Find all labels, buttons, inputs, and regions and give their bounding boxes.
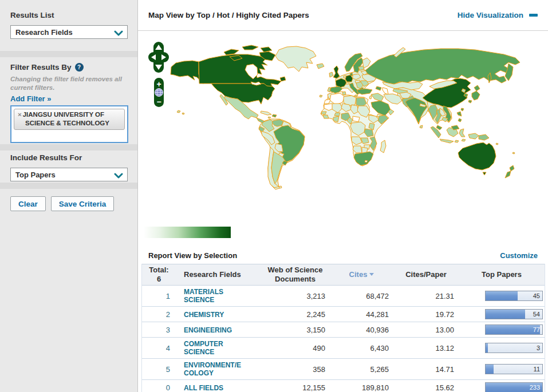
country-madagascar[interactable] (380, 140, 386, 153)
zoom-out-button: − (156, 97, 161, 106)
results-list-select[interactable]: Research Fields (10, 25, 128, 39)
country-ghana[interactable] (333, 116, 339, 122)
country-baltics[interactable] (358, 66, 364, 70)
country-arctic2[interactable] (242, 45, 258, 50)
country-israel[interactable] (369, 96, 372, 99)
country-arctic3[interactable] (261, 47, 272, 52)
country-newfoundland[interactable] (280, 77, 286, 81)
country-greenland[interactable] (275, 46, 316, 72)
country-burkina[interactable] (334, 113, 340, 116)
country-hawaii1[interactable] (177, 110, 180, 113)
country-isl1[interactable] (455, 140, 459, 142)
map-pan-control[interactable] (148, 42, 169, 73)
include-select[interactable]: Top Papers (10, 168, 128, 181)
help-icon[interactable]: ? (75, 63, 84, 72)
country-sulawesi[interactable] (459, 129, 465, 137)
country-usa[interactable] (211, 84, 275, 104)
country-finland[interactable] (362, 58, 370, 68)
country-ireland[interactable] (329, 72, 333, 77)
country-hispaniola[interactable] (272, 114, 277, 117)
main-panel: Map View by Top / Hot / Highly Cited Pap… (138, 0, 548, 392)
country-tasmania[interactable] (483, 172, 486, 175)
country-taiwan[interactable] (461, 108, 464, 111)
country-java[interactable] (440, 139, 454, 143)
country-sicily[interactable] (354, 95, 358, 97)
collapse-icon[interactable] (529, 14, 538, 17)
country-srilanka[interactable] (420, 125, 423, 128)
country-caspian[interactable] (383, 88, 388, 94)
country-philippines[interactable] (457, 112, 462, 122)
report-table-body: 1 MATERIALS SCIENCE 3,213 68,472 21.31 4… (142, 286, 545, 392)
country-saudi[interactable] (371, 101, 391, 116)
field-link[interactable]: ALL FIELDS (184, 384, 243, 392)
country-australia[interactable] (458, 142, 496, 170)
country-fiji[interactable] (512, 152, 515, 154)
country-falkland[interactable] (279, 186, 282, 188)
field-link[interactable]: CHEMISTRY (184, 311, 243, 319)
country-uk[interactable] (333, 66, 340, 78)
world-map-countries (171, 45, 520, 189)
field-link[interactable]: COMPUTER SCIENCE (184, 340, 243, 356)
cites-paper-cell: 13.00 (393, 322, 459, 338)
country-nz[interactable] (505, 165, 514, 178)
country-malaysia[interactable] (436, 125, 442, 130)
country-guinea[interactable] (323, 115, 329, 118)
map-header: Map View by Top / Hot / Highly Cited Pap… (138, 0, 548, 31)
results-list-section: Results List Research Fields (0, 0, 137, 51)
cites-paper-cell: 14.71 (393, 359, 459, 380)
country-russia[interactable] (365, 49, 520, 84)
field-cell: CHEMISTRY (176, 307, 261, 322)
save-criteria-button[interactable]: Save Criteria (51, 196, 115, 211)
country-solomon[interactable] (496, 143, 498, 145)
remove-tag-icon[interactable]: × (18, 111, 22, 118)
top-papers-value: 3 (537, 343, 540, 353)
country-turkey[interactable] (357, 89, 372, 94)
map-view-title: Map View by Top / Hot / Highly Cited Pap… (148, 11, 458, 19)
country-japan[interactable] (468, 85, 480, 103)
field-link[interactable]: ENGINEERING (184, 326, 243, 334)
country-southafrica[interactable] (354, 152, 373, 165)
report-bar: Report View by Selection Customize (138, 247, 548, 264)
field-cell: ENVIRONMENT/ECOLOGY (176, 359, 261, 380)
col-header-cites[interactable]: Cites (330, 264, 393, 286)
col-header-top-papers: Top Papers (459, 264, 545, 286)
map-zoom-control[interactable]: + − (154, 78, 164, 107)
country-hawaii2[interactable] (182, 113, 184, 114)
country-canary[interactable] (320, 95, 322, 97)
country-jamaica[interactable] (268, 117, 271, 118)
country-cuba[interactable] (261, 111, 271, 115)
filter-tag[interactable]: ×JIANGSU UNIVERSITY OF SCIENCE & TECHNOL… (14, 109, 125, 130)
filter-box[interactable]: ×JIANGSU UNIVERSITY OF SCIENCE & TECHNOL… (10, 105, 128, 143)
field-cell: ENGINEERING (176, 322, 261, 338)
cites-cell: 68,472 (330, 286, 393, 307)
country-caucasus[interactable] (376, 86, 381, 90)
country-isl2[interactable] (462, 139, 466, 141)
country-kamchatka[interactable] (505, 64, 513, 81)
table-row: 3 ENGINEERING 3,150 40,936 13.00 77 (142, 322, 545, 338)
include-label: Include Results For (10, 153, 127, 162)
country-iceland[interactable] (317, 64, 324, 69)
top-papers-bar: 77 (485, 324, 543, 335)
country-benelux[interactable] (344, 76, 346, 78)
top-papers-bar-fill (486, 365, 494, 374)
hide-visualization-link[interactable]: Hide Visualization (458, 11, 523, 19)
country-newguineaw[interactable] (468, 133, 479, 139)
country-png[interactable] (479, 134, 489, 140)
country-tunisia[interactable] (342, 92, 346, 95)
sidebar: Results List Research Fields Filter Resu… (0, 0, 138, 392)
country-syriairaq[interactable] (371, 93, 384, 101)
country-portugal[interactable] (328, 88, 330, 92)
results-list-label: Results List (10, 11, 127, 19)
country-swiss[interactable] (346, 82, 349, 84)
add-filter-link[interactable]: Add Filter » (10, 94, 52, 103)
docs-cell: 358 (261, 359, 330, 380)
country-car[interactable] (353, 116, 360, 122)
chevron-down-icon (114, 30, 123, 36)
field-link[interactable]: MATERIALS SCIENCE (184, 288, 243, 304)
field-link[interactable]: ENVIRONMENT/ECOLOGY (184, 361, 243, 377)
rank-cell: 2 (142, 307, 176, 322)
world-map[interactable]: + − (138, 31, 548, 247)
country-senegal[interactable] (321, 112, 326, 114)
customize-link[interactable]: Customize (500, 251, 538, 260)
clear-button[interactable]: Clear (10, 196, 46, 211)
